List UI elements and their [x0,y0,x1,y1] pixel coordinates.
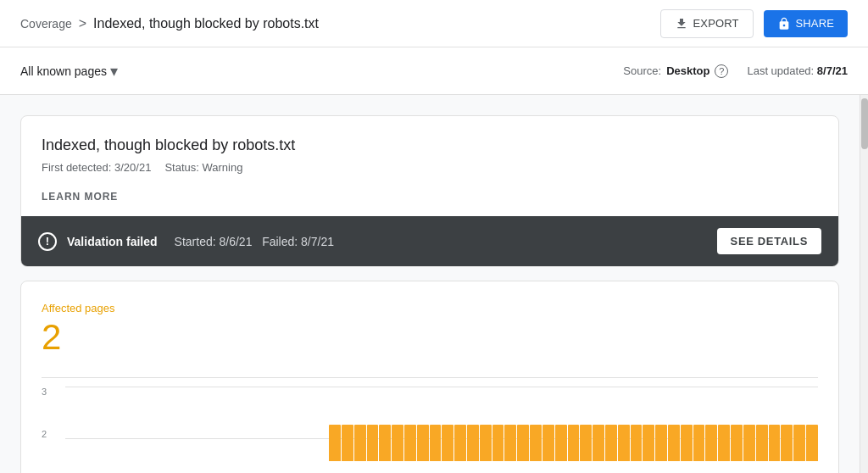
bar [329,425,341,461]
card-title: Indexed, though blocked by robots.txt [42,136,818,154]
scrollbar-thumb[interactable] [861,98,868,149]
source-value: Desktop [666,64,709,77]
bar [756,425,768,461]
chart-bars [65,385,818,461]
bar [769,425,781,461]
bar [718,425,730,461]
affected-pages-count: 2 [42,318,818,357]
bar [643,425,654,461]
bar [580,425,592,461]
toolbar-right: Source: Desktop ? Last updated: 8/7/21 [623,64,848,78]
bar [442,425,453,461]
breadcrumb: Coverage > Indexed, though blocked by ro… [20,16,319,31]
bar [705,425,717,461]
bar [681,425,693,461]
first-detected: First detected: 3/20/21 [42,161,151,174]
bar [367,425,379,461]
bar [568,425,580,461]
filter-dropdown[interactable]: All known pages ▾ [20,62,118,81]
validation-status: Validation failed [67,235,158,248]
main-area: Indexed, though blocked by robots.txt Fi… [0,95,868,473]
bar [793,425,805,461]
last-updated-label: Last updated: 8/7/21 [747,64,848,77]
download-icon [675,17,688,31]
validation-banner: ! Validation failed Started: 8/6/21 Fail… [21,216,838,266]
breadcrumb-coverage[interactable]: Coverage [20,17,72,31]
bar [492,425,504,461]
bar [668,425,680,461]
card-meta: First detected: 3/20/21 Status: Warning [42,161,818,174]
lock-icon [777,17,791,31]
filter-label: All known pages [20,64,107,78]
bar [693,425,705,461]
bar [392,425,403,461]
breadcrumb-current-page: Indexed, though blocked by robots.txt [93,16,319,31]
scrollbar-track[interactable] [860,95,868,473]
share-button[interactable]: SHARE [764,10,848,37]
chevron-down-icon: ▾ [110,62,118,81]
see-details-button[interactable]: SEE DETAILS [717,228,821,254]
card-header: Indexed, though blocked by robots.txt Fi… [21,116,838,216]
bar [731,425,743,461]
bar [517,425,529,461]
bar [379,425,391,461]
bar [504,425,516,461]
bar [618,425,630,461]
affected-pages-label: Affected pages [42,302,818,314]
toolbar: All known pages ▾ Source: Desktop ? Last… [0,47,868,95]
y-label-2: 2 [42,429,47,439]
bar [430,425,442,461]
bar [593,425,604,461]
chart-area: 3 2 [42,377,818,461]
bar [806,425,818,461]
main-card: Indexed, though blocked by robots.txt Fi… [20,115,839,267]
bar [655,425,667,461]
page-header: Coverage > Indexed, though blocked by ro… [0,0,868,47]
validation-left: ! Validation failed Started: 8/6/21 Fail… [38,232,334,251]
header-actions: EXPORT SHARE [660,9,848,38]
last-updated-value: 8/7/21 [817,64,848,77]
validation-icon: ! [38,232,57,251]
content-area: Indexed, though blocked by robots.txt Fi… [0,95,860,473]
bar [530,425,542,461]
bar [454,425,466,461]
bar [781,425,793,461]
bar [743,425,755,461]
status: Status: Warning [164,161,242,174]
help-icon[interactable]: ? [715,64,728,78]
bar [480,425,492,461]
learn-more-link[interactable]: LEARN MORE [42,191,818,203]
affected-pages-card: Affected pages 2 3 2 [20,281,839,473]
bar [417,425,429,461]
bar [605,425,617,461]
validation-dates: Started: 8/6/21 Failed: 8/7/21 [175,235,334,248]
bar [631,425,643,461]
bar [354,425,366,461]
y-label-3: 3 [42,387,47,397]
export-button[interactable]: EXPORT [660,9,754,38]
bar [404,425,416,461]
bar [542,425,554,461]
bar [342,425,353,461]
breadcrumb-separator: > [79,16,86,31]
bar [467,425,479,461]
source-label: Source: [623,64,661,77]
chart-container: 3 2 [42,385,818,461]
bar [555,425,567,461]
